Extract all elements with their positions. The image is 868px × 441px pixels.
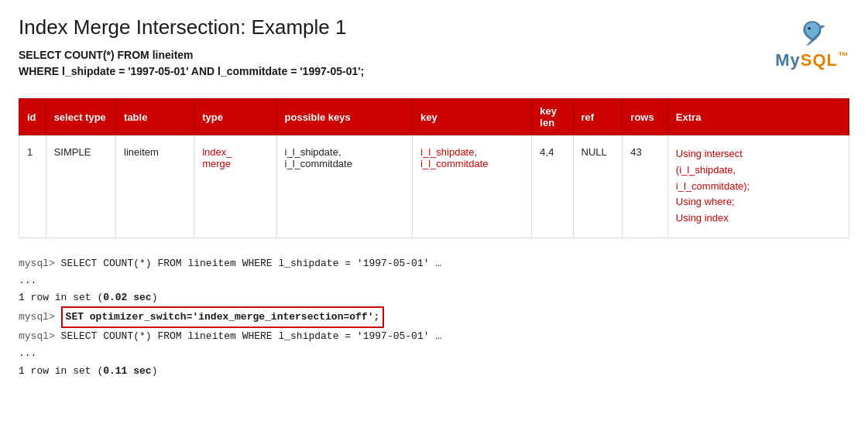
explain-table: id select type table type possible keys … [19, 98, 849, 238]
svg-point-0 [808, 27, 811, 29]
code-line: ... [19, 272, 849, 289]
table-cell: 43 [623, 135, 668, 238]
code-line: mysql> SET optimizer_switch='index_merge… [19, 306, 849, 328]
col-header-table: table [116, 99, 194, 135]
table-cell: 4,4 [532, 135, 573, 238]
col-header-key: key [413, 99, 532, 135]
code-line: 1 row in set (0.02 sec) [19, 289, 849, 306]
table-cell: i_l_shipdate,i_l_commitdate [276, 135, 413, 238]
table-cell: SIMPLE [46, 135, 115, 238]
code-line: mysql> SELECT COUNT(*) FROM lineitem WHE… [19, 328, 849, 345]
table-cell: lineitem [116, 135, 194, 238]
code-line: 1 row in set (0.11 sec) [19, 363, 849, 380]
page-title: Index Merge Intersection: Example 1 [19, 15, 364, 39]
col-header-select-type: select type [46, 99, 115, 135]
col-header-id: id [19, 99, 46, 135]
col-header-key-len: key len [532, 99, 573, 135]
code-block: mysql> SELECT COUNT(*) FROM lineitem WHE… [19, 255, 849, 380]
col-header-rows: rows [623, 99, 668, 135]
table-cell: NULL [573, 135, 623, 238]
sql-query: SELECT COUNT(*) FROM lineitem WHERE l_sh… [19, 47, 364, 80]
table-cell: Using intersect(i_l_shipdate,i_l_commitd… [667, 135, 849, 238]
col-header-type: type [194, 99, 276, 135]
highlighted-command: SET optimizer_switch='index_merge_inters… [61, 306, 385, 328]
col-header-possible-keys: possible keys [276, 99, 413, 135]
table-cell: 1 [19, 135, 46, 238]
col-header-ref: ref [573, 99, 623, 135]
mysql-logo: MySQL™ [775, 19, 849, 70]
col-header-extra: Extra [667, 99, 849, 135]
code-line: mysql> SELECT COUNT(*) FROM lineitem WHE… [19, 255, 849, 272]
table-row: 1SIMPLElineitemindex_mergei_l_shipdate,i… [19, 135, 849, 238]
code-prompt: mysql> [19, 311, 61, 323]
table-cell: index_merge [194, 135, 276, 238]
mysql-logo-text: MySQL™ [775, 50, 849, 70]
table-cell: i_l_shipdate,i_l_commitdate [413, 135, 532, 238]
code-line: ... [19, 345, 849, 362]
